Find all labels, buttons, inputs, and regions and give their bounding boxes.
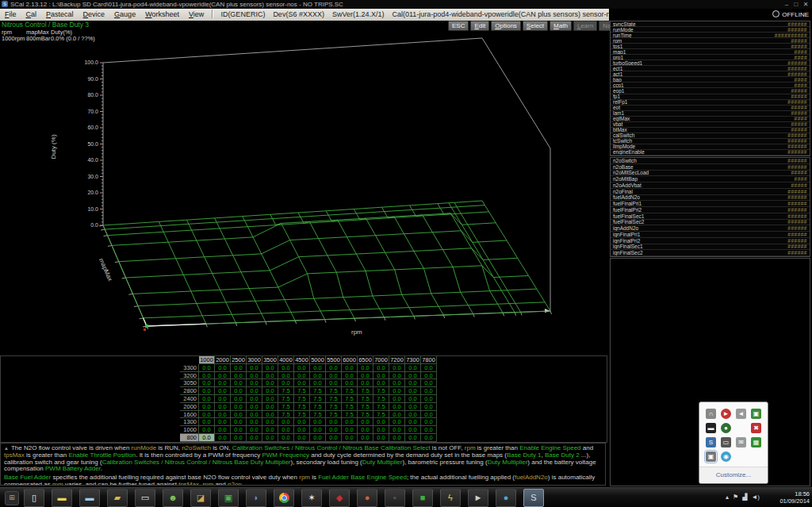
- duty-cell[interactable]: 0.0: [358, 418, 373, 426]
- watch-row-map1[interactable]: map1####: [611, 49, 810, 55]
- watch-row-relFp1[interactable]: relFp1######: [611, 100, 810, 106]
- taskbar-green-user-icon[interactable]: ☻: [163, 489, 183, 507]
- help-link[interactable]: Calibration Switches / Nitrous Control /…: [232, 444, 431, 451]
- taskbar-green-monitor-icon[interactable]: ▣: [218, 489, 239, 507]
- duty-cell[interactable]: 7.5: [310, 403, 326, 411]
- duty-cell[interactable]: 7.5: [342, 387, 358, 395]
- duty-cell[interactable]: 0.0: [247, 411, 262, 419]
- duty-cell[interactable]: 0.0: [421, 395, 437, 403]
- gray-box-tray-icon[interactable]: ▭: [721, 437, 731, 447]
- rpm-col-header[interactable]: 1000: [199, 356, 215, 364]
- network-icon[interactable]: ▟: [742, 494, 747, 501]
- duty-cell[interactable]: 0.0: [389, 379, 405, 387]
- help-link[interactable]: Base Duty 1: [507, 451, 542, 459]
- watch-row-runTime[interactable]: runTime##########: [611, 33, 810, 38]
- watch-row-prp1[interactable]: prp1####: [611, 55, 810, 60]
- duty-cell[interactable]: 0.0: [358, 372, 373, 380]
- duty-cell[interactable]: 0.0: [199, 434, 215, 442]
- watch-row-eot[interactable]: eot#####: [611, 106, 810, 111]
- duty-cell[interactable]: 7.5: [326, 411, 342, 419]
- duty-cell[interactable]: 0.0: [262, 411, 278, 419]
- watch-row-bap[interactable]: bap####: [611, 77, 810, 83]
- duty-cell[interactable]: 0.0: [421, 403, 437, 411]
- duty-cell[interactable]: 0.0: [199, 387, 215, 395]
- map-row-header[interactable]: 2000: [180, 403, 199, 411]
- watch-row-vbat[interactable]: vbat#####: [611, 122, 810, 128]
- watch-row-turboSpeed1[interactable]: turboSpeed1######: [611, 60, 810, 66]
- duty-cell[interactable]: 0.0: [278, 434, 294, 442]
- duty-cell[interactable]: 0.0: [373, 372, 389, 380]
- map-row-header[interactable]: 3200: [180, 372, 199, 380]
- action-center-flag-icon[interactable]: ⚑: [733, 494, 738, 501]
- duty-cell[interactable]: 0.0: [231, 411, 247, 419]
- duty-cell[interactable]: 0.0: [389, 434, 405, 442]
- watch-row-calSwitch[interactable]: calSwitch######: [611, 133, 810, 139]
- taskbar-sticky-notes-icon[interactable]: ▬: [52, 489, 72, 507]
- help-link[interactable]: Calibration Switches / Nitrous Control /…: [102, 459, 291, 466]
- watch-row-rpm[interactable]: rpm#####: [611, 38, 810, 44]
- maximize-button[interactable]: □: [791, 0, 801, 9]
- duty-cell[interactable]: 0.0: [231, 434, 247, 442]
- watch-row-n2oSwitch[interactable]: n2oSwitch######: [611, 158, 810, 164]
- duty-cell[interactable]: 0.0: [342, 418, 358, 426]
- duty-cell[interactable]: 0.0: [247, 434, 262, 442]
- duty-cell[interactable]: 7.5: [310, 395, 326, 403]
- duty-cell[interactable]: 0.0: [389, 395, 405, 403]
- duty-cell[interactable]: 0.0: [421, 372, 437, 380]
- duty-cell[interactable]: 0.0: [421, 418, 437, 426]
- duty-cell[interactable]: 0.0: [421, 411, 437, 419]
- map-row-header[interactable]: 1300: [180, 418, 199, 426]
- duty-cell[interactable]: 0.0: [342, 372, 358, 380]
- duty-cell[interactable]: 0.0: [278, 364, 294, 372]
- map-row-header[interactable]: 800: [180, 434, 199, 442]
- duty-cell[interactable]: 0.0: [231, 364, 247, 372]
- duty-cell[interactable]: 0.0: [310, 426, 326, 434]
- watch-row-btMax[interactable]: btMax#####: [611, 128, 810, 133]
- duty-cell[interactable]: 0.0: [247, 403, 262, 411]
- start-button[interactable]: ⊞: [5, 491, 19, 505]
- taskbar-notepad-icon[interactable]: ▯: [24, 489, 44, 507]
- duty-cell[interactable]: 0.0: [342, 434, 358, 442]
- duty-cell[interactable]: 0.0: [262, 434, 278, 442]
- duty-cell[interactable]: 0.0: [231, 379, 247, 387]
- duty-cell[interactable]: 0.0: [247, 379, 262, 387]
- duty-cell[interactable]: 0.0: [389, 418, 405, 426]
- mail-tray-icon[interactable]: ✉: [736, 437, 746, 447]
- duty-cell[interactable]: 0.0: [342, 364, 358, 372]
- duty-cell[interactable]: 0.0: [231, 426, 247, 434]
- duty-cell[interactable]: 0.0: [421, 434, 437, 442]
- duty-cell[interactable]: 0.0: [247, 395, 262, 403]
- duty-cell[interactable]: 0.0: [405, 403, 421, 411]
- map-row-header[interactable]: 2800: [180, 387, 199, 395]
- map-row-header[interactable]: 1000: [180, 426, 199, 434]
- duty-cell[interactable]: 0.0: [405, 387, 421, 395]
- duty-cell[interactable]: 0.0: [405, 379, 421, 387]
- duty-cell[interactable]: 0.0: [405, 395, 421, 403]
- watch-row-limpMode[interactable]: limpMode######: [611, 144, 810, 150]
- green-app-tray-icon[interactable]: ▣: [751, 409, 761, 419]
- duty-cell[interactable]: 7.5: [294, 395, 310, 403]
- watch-row-runMode[interactable]: runMode######: [611, 27, 810, 33]
- taskbar-scal-icon[interactable]: S: [523, 489, 544, 507]
- duty-cell[interactable]: 7.5: [342, 395, 358, 403]
- rpm-col-header[interactable]: 2000: [215, 356, 231, 364]
- duty-cell[interactable]: 0.0: [294, 372, 310, 380]
- duty-cell[interactable]: 0.0: [389, 403, 405, 411]
- duty-cell[interactable]: 7.5: [373, 411, 389, 419]
- duty-cell[interactable]: 0.0: [389, 364, 405, 372]
- scal-tray-icon[interactable]: S: [706, 437, 716, 447]
- taskbar-green-tile-icon[interactable]: ■: [412, 489, 433, 507]
- duty-cell[interactable]: 0.0: [278, 372, 294, 380]
- watch-row-lam1[interactable]: lam1#####: [611, 111, 810, 117]
- taskbar-thunderbird-icon[interactable]: ◗: [246, 489, 266, 507]
- volume-icon[interactable]: ◄): [751, 494, 760, 501]
- duty-cell[interactable]: 0.0: [342, 426, 358, 434]
- duty-cell[interactable]: 7.5: [358, 411, 373, 419]
- duty-cell[interactable]: 0.0: [294, 364, 310, 372]
- watch-row-eop1[interactable]: eop1#####: [611, 88, 810, 94]
- duty-cell[interactable]: 0.0: [262, 387, 278, 395]
- duty-cell[interactable]: 0.0: [262, 372, 278, 380]
- duty-cell[interactable]: 7.5: [342, 403, 358, 411]
- taskbar-window-icon[interactable]: ▭: [135, 489, 155, 507]
- watch-row-fuelFinalPri1[interactable]: fuelFinalPri1######: [611, 201, 810, 207]
